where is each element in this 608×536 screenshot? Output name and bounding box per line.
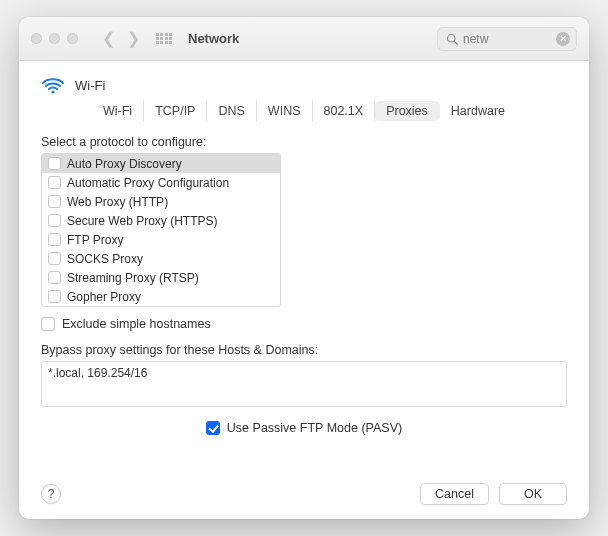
protocol-checkbox[interactable] xyxy=(48,233,61,246)
search-value: netw xyxy=(458,32,556,46)
interface-name: Wi-Fi xyxy=(75,78,105,93)
tab-802-1x[interactable]: 802.1X xyxy=(313,101,376,121)
protocol-label: Automatic Proxy Configuration xyxy=(67,176,229,190)
protocol-row[interactable]: Auto Proxy Discovery xyxy=(42,154,280,173)
zoom-dot[interactable] xyxy=(67,33,78,44)
protocol-checkbox[interactable] xyxy=(48,252,61,265)
forward-icon[interactable]: ❯ xyxy=(127,29,140,48)
ok-button[interactable]: OK xyxy=(499,483,567,505)
tab-dns[interactable]: DNS xyxy=(207,101,256,121)
protocol-label: Auto Proxy Discovery xyxy=(67,157,182,171)
protocol-row[interactable]: FTP Proxy xyxy=(42,230,280,249)
close-dot[interactable] xyxy=(31,33,42,44)
interface-header: Wi-Fi xyxy=(41,75,567,95)
exclude-hostnames-row[interactable]: Exclude simple hostnames xyxy=(41,317,567,331)
apps-grid-icon[interactable] xyxy=(156,31,172,47)
protocol-label: Gopher Proxy xyxy=(67,290,141,304)
svg-point-2 xyxy=(51,90,54,93)
protocol-checkbox[interactable] xyxy=(48,195,61,208)
protocol-label: SOCKS Proxy xyxy=(67,252,143,266)
pasv-row[interactable]: Use Passive FTP Mode (PASV) xyxy=(41,421,567,435)
protocol-row[interactable]: Gopher Proxy xyxy=(42,287,280,306)
protocol-label: Secure Web Proxy (HTTPS) xyxy=(67,214,217,228)
wifi-icon xyxy=(41,75,65,95)
protocol-checkbox[interactable] xyxy=(48,271,61,284)
protocol-list: Auto Proxy DiscoveryAutomatic Proxy Conf… xyxy=(41,153,281,307)
pasv-label: Use Passive FTP Mode (PASV) xyxy=(227,421,402,435)
bypass-value: *.local, 169.254/16 xyxy=(48,366,147,380)
clear-icon[interactable]: ✕ xyxy=(556,32,570,46)
help-button[interactable]: ? xyxy=(41,484,61,504)
nav-arrows: ❮ ❯ xyxy=(102,29,140,48)
protocol-row[interactable]: SOCKS Proxy xyxy=(42,249,280,268)
tab-hardware[interactable]: Hardware xyxy=(440,101,516,121)
protocol-checkbox[interactable] xyxy=(48,176,61,189)
tab-tcp-ip[interactable]: TCP/IP xyxy=(144,101,207,121)
protocol-label: Streaming Proxy (RTSP) xyxy=(67,271,199,285)
protocol-checkbox[interactable] xyxy=(48,290,61,303)
exclude-hostnames-label: Exclude simple hostnames xyxy=(62,317,211,331)
titlebar: ❮ ❯ Network netw ✕ xyxy=(19,17,589,61)
search-icon xyxy=(446,33,458,45)
cancel-button[interactable]: Cancel xyxy=(420,483,489,505)
select-protocol-label: Select a protocol to configure: xyxy=(41,135,567,149)
protocol-label: FTP Proxy xyxy=(67,233,123,247)
svg-line-1 xyxy=(454,41,457,44)
tab-proxies[interactable]: Proxies xyxy=(375,101,440,121)
exclude-hostnames-checkbox[interactable] xyxy=(41,317,55,331)
protocol-row[interactable]: Web Proxy (HTTP) xyxy=(42,192,280,211)
bypass-textarea[interactable]: *.local, 169.254/16 xyxy=(41,361,567,407)
tab-bar: Wi-FiTCP/IPDNSWINS802.1XProxiesHardware xyxy=(41,101,567,121)
protocol-row[interactable]: Streaming Proxy (RTSP) xyxy=(42,268,280,287)
bottom-bar: ? Cancel OK xyxy=(41,483,567,505)
search-field[interactable]: netw ✕ xyxy=(437,27,577,51)
bypass-label: Bypass proxy settings for these Hosts & … xyxy=(41,343,567,357)
preferences-window: ❮ ❯ Network netw ✕ Wi-Fi Wi-FiTCP/IPDNSW… xyxy=(19,17,589,519)
traffic-lights xyxy=(31,33,78,44)
tab-wi-fi[interactable]: Wi-Fi xyxy=(92,101,144,121)
protocol-label: Web Proxy (HTTP) xyxy=(67,195,168,209)
pasv-checkbox[interactable] xyxy=(206,421,220,435)
protocol-checkbox[interactable] xyxy=(48,157,61,170)
tab-wins[interactable]: WINS xyxy=(257,101,313,121)
window-title: Network xyxy=(188,31,239,46)
content-area: Wi-Fi Wi-FiTCP/IPDNSWINS802.1XProxiesHar… xyxy=(19,61,589,519)
protocol-checkbox[interactable] xyxy=(48,214,61,227)
minimize-dot[interactable] xyxy=(49,33,60,44)
protocol-row[interactable]: Automatic Proxy Configuration xyxy=(42,173,280,192)
protocol-row[interactable]: Secure Web Proxy (HTTPS) xyxy=(42,211,280,230)
back-icon[interactable]: ❮ xyxy=(102,29,115,48)
